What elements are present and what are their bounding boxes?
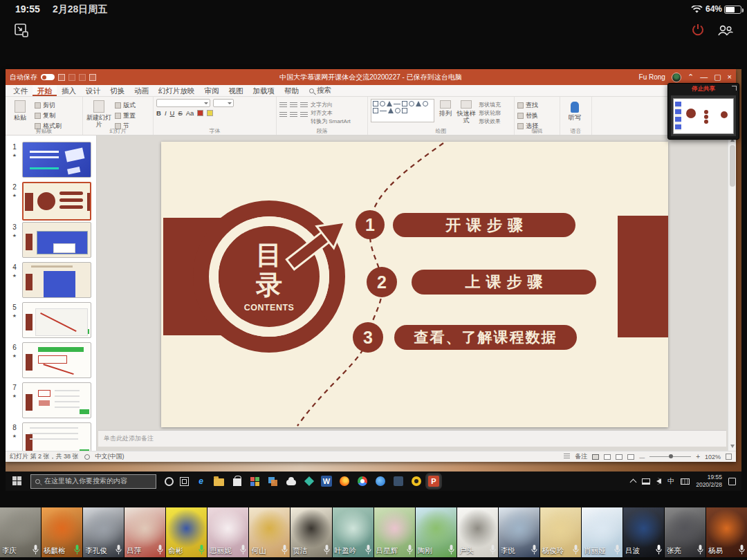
tab-文件[interactable]: 文件: [8, 85, 33, 96]
replace-button[interactable]: 替换: [517, 111, 538, 120]
preview-icon[interactable]: [89, 74, 96, 81]
slide-thumb-row-4[interactable]: 4: [6, 260, 96, 300]
arrange-button[interactable]: 排列: [437, 99, 454, 117]
align-text-button[interactable]: 对齐文本: [311, 109, 351, 117]
slideshow-view-icon[interactable]: [627, 454, 634, 460]
zoom-in-button[interactable]: [696, 453, 700, 460]
reset-button[interactable]: 重置: [115, 111, 136, 120]
fit-slide-icon[interactable]: [726, 454, 732, 460]
reading-view-icon[interactable]: [616, 454, 622, 460]
text-direction-button[interactable]: 文字方向: [311, 101, 351, 109]
slide-thumbnail-8[interactable]: [22, 422, 91, 451]
quick-styles-button[interactable]: 快速样式: [456, 99, 476, 124]
vertical-scrollbar[interactable]: [728, 136, 736, 451]
participant-tile[interactable]: 贾洁: [290, 507, 331, 557]
slide-thumbnail-3[interactable]: [22, 222, 91, 258]
scroll-thumb[interactable]: [730, 145, 735, 187]
word-icon[interactable]: W: [321, 476, 332, 487]
save-icon[interactable]: [58, 74, 65, 81]
slide-thumbnail-2[interactable]: [22, 182, 91, 221]
shapes-gallery[interactable]: [371, 99, 434, 122]
zoom-level[interactable]: 102%: [705, 454, 721, 460]
account-avatar[interactable]: [672, 73, 681, 82]
zoom-slider[interactable]: [649, 456, 691, 457]
start-button[interactable]: [12, 476, 22, 486]
tab-视图[interactable]: 视图: [224, 85, 248, 96]
participant-tile[interactable]: 李悦: [499, 507, 540, 557]
undo-icon[interactable]: [68, 74, 75, 81]
volume-icon[interactable]: [656, 478, 661, 484]
tab-帮助[interactable]: 帮助: [279, 85, 304, 96]
participant-tile[interactable]: 张亮: [665, 507, 706, 557]
leave-meeting-power-icon[interactable]: [691, 23, 705, 37]
participant-tile[interactable]: 肖丽娅: [582, 507, 622, 557]
font-name-select[interactable]: [156, 99, 210, 107]
slide-thumbnails[interactable]: 12345678: [6, 136, 97, 451]
language-indicator[interactable]: 中文(中国): [95, 452, 124, 461]
browser-icon[interactable]: [374, 476, 386, 487]
participant-tile[interactable]: 叶盈吟: [333, 507, 374, 557]
zoom-out-button[interactable]: [639, 454, 645, 460]
stop-share-button[interactable]: 停止共享: [692, 85, 715, 93]
participant-tile[interactable]: 陶刚: [416, 507, 456, 557]
file-explorer-icon[interactable]: [213, 476, 225, 487]
slide-thumb-row-7[interactable]: 7: [6, 380, 96, 420]
edge-icon[interactable]: e: [195, 476, 207, 487]
hidden-icons-chevron[interactable]: [630, 479, 637, 486]
notes-pane[interactable]: 单击此处添加备注: [98, 430, 726, 447]
touch-keyboard-icon[interactable]: [681, 478, 690, 485]
smartart-button[interactable]: 转换为 SmartArt: [311, 118, 351, 125]
slide-thumbnail-6[interactable]: [22, 342, 91, 378]
paste-button[interactable]: 粘贴: [8, 99, 32, 121]
redo-icon[interactable]: [79, 74, 86, 81]
tab-切换[interactable]: 切换: [105, 85, 129, 96]
shape-outline-button[interactable]: 形状轮廓: [479, 109, 501, 117]
shape-effects-button[interactable]: 形状效果: [479, 118, 501, 125]
slide-thumb-row-8[interactable]: 8: [6, 420, 96, 451]
music-app-icon[interactable]: [410, 476, 422, 487]
paint3d-icon[interactable]: [303, 476, 315, 487]
onedrive-icon[interactable]: [285, 476, 297, 487]
find-button[interactable]: 查找: [517, 101, 538, 110]
account-name[interactable]: Fu Rong: [639, 73, 665, 81]
participant-tile[interactable]: 杨俊玲: [540, 507, 581, 557]
ime-indicator[interactable]: 中: [667, 476, 674, 486]
slide-thumb-row-2[interactable]: 2: [6, 180, 96, 220]
sorter-view-icon[interactable]: [604, 454, 611, 460]
participant-tile[interactable]: 思丽妮: [208, 507, 248, 557]
slide-thumb-row-3[interactable]: 3: [6, 220, 96, 260]
slide-thumb-row-5[interactable]: 5: [6, 300, 96, 340]
snip-icon[interactable]: [267, 476, 279, 487]
task-view-button[interactable]: [180, 477, 189, 486]
participant-tile[interactable]: 杨麒榕: [42, 507, 82, 557]
participant-tile[interactable]: 李庆: [0, 507, 41, 557]
chrome-icon[interactable]: [356, 476, 368, 487]
tab-设计[interactable]: 设计: [81, 85, 105, 96]
italic-button[interactable]: I: [165, 109, 167, 117]
pinned-app-icon[interactable]: [392, 476, 404, 487]
participant-tile[interactable]: 李孔俊: [83, 507, 124, 557]
network-icon[interactable]: [642, 478, 650, 485]
tab-加载项[interactable]: 加载项: [248, 85, 280, 96]
tab-开始[interactable]: 开始: [33, 85, 57, 96]
tab-审阅[interactable]: 审阅: [200, 85, 224, 96]
share-overlay-window[interactable]: 停止共享: [667, 83, 739, 140]
new-slide-button[interactable]: 新建幻灯片: [86, 99, 112, 129]
tab-动画[interactable]: 动画: [129, 85, 154, 96]
participant-tile[interactable]: 吕星辉: [374, 507, 415, 557]
normal-view-icon[interactable]: [592, 454, 599, 460]
strikethrough-button[interactable]: S: [178, 109, 182, 117]
taskbar-search[interactable]: 在这里输入你要搜索的内容: [30, 474, 156, 489]
dictate-button[interactable]: 听写: [563, 99, 587, 121]
store-icon[interactable]: [231, 476, 243, 487]
participant-tile[interactable]: 杨易: [706, 507, 747, 557]
participant-tile[interactable]: 俞彬: [166, 507, 207, 557]
underline-button[interactable]: U: [170, 109, 175, 117]
slide-thumb-row-1[interactable]: 1: [6, 140, 96, 180]
notes-toggle-label[interactable]: 备注: [575, 452, 587, 461]
tab-幻灯片放映[interactable]: 幻灯片放映: [154, 85, 200, 96]
slide-thumb-row-6[interactable]: 6: [6, 340, 96, 380]
font-size-select[interactable]: [213, 99, 234, 107]
slide-thumbnail-7[interactable]: [22, 382, 91, 418]
powerpoint-taskbar-icon[interactable]: P: [428, 476, 439, 487]
